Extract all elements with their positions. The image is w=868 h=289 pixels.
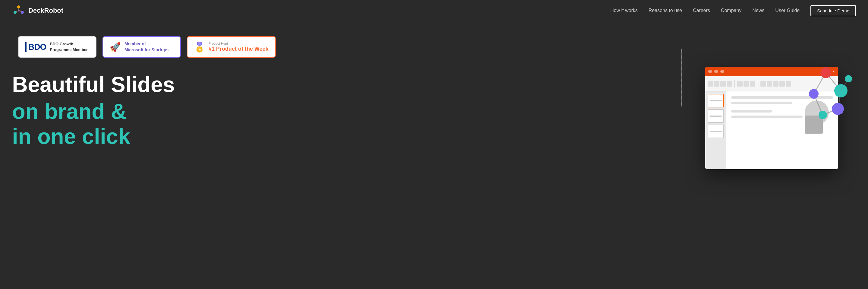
medal-icon: ★: [194, 41, 205, 53]
toolbar-btn: [708, 81, 713, 87]
producthunt-text: Product Hunt #1 Product of the Week: [209, 41, 269, 52]
bdo-text: BDO Growth Programme Member: [50, 41, 88, 52]
svg-point-19: [820, 67, 831, 78]
toolbar-btn: [750, 81, 755, 87]
producthunt-medal-wrap: ★: [194, 41, 205, 53]
microsoft-text: Member of Microsoft for Startups: [124, 41, 168, 53]
nav-links: How it works Reasons to use Careers Comp…: [610, 5, 856, 16]
careers-link[interactable]: Careers: [693, 8, 710, 13]
slide-bar-3: [731, 110, 772, 113]
ppt-circle-3: [720, 70, 724, 73]
slide-bar-2: [731, 102, 792, 104]
reasons-to-use-link[interactable]: Reasons to use: [649, 8, 682, 13]
user-guide-link[interactable]: User Guide: [775, 8, 800, 13]
logo-icon: [12, 4, 25, 17]
ppt-circle-2: [714, 70, 718, 73]
rocket-icon: 🚀: [110, 41, 121, 52]
toolbar-btn: [727, 81, 732, 87]
slide-bar-4: [731, 116, 803, 118]
ppt-circle-1: [708, 70, 712, 73]
svg-point-22: [832, 103, 844, 115]
toolbar-btn: [786, 81, 791, 87]
slide-thumb-2: [708, 109, 724, 123]
microsoft-badge[interactable]: 🚀 Member of Microsoft for Startups: [102, 36, 181, 58]
navbar: DeckRobot How it works Reasons to use Ca…: [0, 0, 868, 21]
slide-thumb-1: [708, 94, 724, 107]
toolbar-group-1: [708, 81, 732, 87]
slide-thumb-content: [710, 116, 722, 117]
toolbar-btn: [744, 81, 749, 87]
toolbar-btn: [714, 81, 719, 87]
toolbar-group-2: [737, 81, 755, 87]
toolbar-separator: [735, 80, 735, 87]
news-link[interactable]: News: [752, 8, 764, 13]
toolbar-btn: [773, 81, 778, 87]
logo-text: DeckRobot: [28, 7, 63, 15]
toolbar-btn: [737, 81, 743, 87]
slide-thumb-content: [710, 131, 722, 132]
illustration-container: // Generate dots for(let i = 0; i < 48; …: [681, 49, 856, 193]
svg-point-23: [818, 111, 827, 119]
toolbar-btn: [720, 81, 726, 87]
bdo-badge[interactable]: BDO BDO Growth Programme Member: [18, 36, 96, 58]
slide-thumb-content: [710, 100, 722, 102]
toolbar-btn: [767, 81, 772, 87]
svg-point-21: [809, 89, 818, 99]
toolbar-btn: [779, 81, 785, 87]
svg-rect-10: [198, 41, 201, 46]
toolbar-btn: [761, 81, 766, 87]
ppt-slides-panel: [705, 91, 726, 169]
main-content: BDO BDO Growth Programme Member 🚀 Member…: [0, 21, 868, 289]
schedule-demo-button[interactable]: Schedule Demo: [810, 5, 856, 16]
slide-thumb-3: [708, 124, 724, 138]
logo-link[interactable]: DeckRobot: [12, 4, 63, 17]
company-link[interactable]: Company: [721, 8, 741, 13]
how-it-works-link[interactable]: How it works: [610, 8, 638, 13]
producthunt-badge[interactable]: ★ Product Hunt #1 Product of the Week: [187, 36, 276, 58]
molecule-illustration: [796, 49, 856, 133]
toolbar-group-3: [761, 81, 791, 87]
svg-text:★: ★: [198, 48, 201, 51]
hero-section: Beautiful Slides on brand & in one click…: [12, 73, 856, 149]
svg-point-0: [17, 5, 20, 8]
bdo-logo: BDO: [25, 42, 46, 52]
toolbar-separator: [758, 80, 758, 87]
